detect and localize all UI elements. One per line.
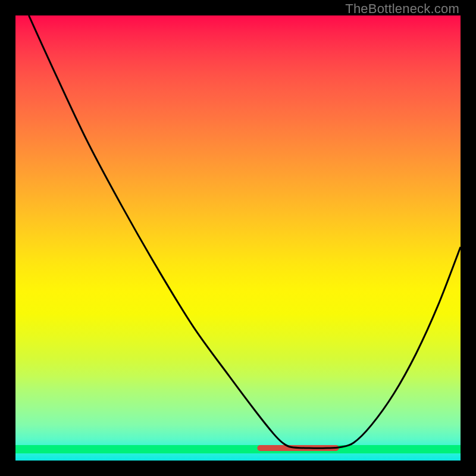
curve-line — [29, 15, 461, 448]
watermark-text: TheBottleneck.com — [345, 1, 459, 17]
chart-svg — [15, 15, 461, 461]
chart-frame: TheBottleneck.com — [0, 0, 476, 476]
plot-area — [15, 15, 461, 461]
